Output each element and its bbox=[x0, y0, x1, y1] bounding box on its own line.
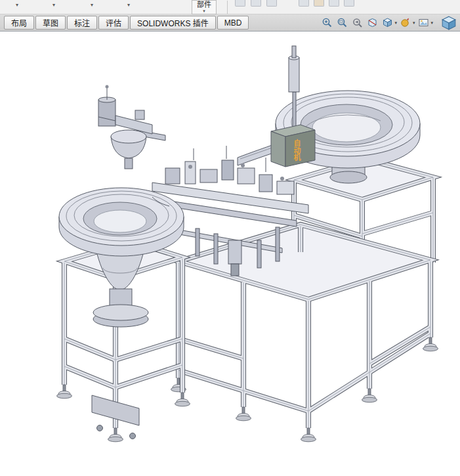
section-view-icon[interactable] bbox=[366, 16, 379, 30]
insert-component-button[interactable]: 部件 ▾ bbox=[192, 0, 217, 14]
command-tab-bar: 布局 草图 标注 评估 SOLIDWORKS 插件 MBD ▾ bbox=[0, 14, 460, 32]
zoom-to-fit-icon[interactable] bbox=[320, 16, 333, 30]
slide-unit[interactable] bbox=[277, 181, 294, 194]
ribbon-overflow-chevron[interactable]: ▾ bbox=[91, 2, 93, 9]
chevron-down-icon: ▾ bbox=[203, 9, 205, 13]
actuator-unit[interactable] bbox=[259, 175, 272, 192]
hopper-rim[interactable] bbox=[111, 130, 146, 143]
appearance-icon[interactable] bbox=[399, 16, 412, 30]
tab-mbd[interactable]: MBD bbox=[217, 16, 249, 30]
caster-wheel[interactable] bbox=[130, 433, 136, 439]
ribbon-overflow-chevron[interactable]: ▾ bbox=[127, 2, 130, 9]
model-label: 自动机 bbox=[293, 139, 301, 162]
ribbon-overflow-chevron[interactable]: ▾ bbox=[16, 2, 18, 9]
insert-component-label: 部件 bbox=[197, 1, 211, 9]
view-orientation-icon[interactable] bbox=[381, 16, 394, 30]
actuator-unit[interactable] bbox=[222, 160, 234, 180]
tab-sw-addins[interactable]: SOLIDWORKS 插件 bbox=[130, 16, 216, 30]
support-post[interactable] bbox=[196, 228, 199, 256]
tab-evaluate[interactable]: 评估 bbox=[98, 16, 129, 30]
vertical-cylinder[interactable] bbox=[289, 58, 299, 92]
scene-icon[interactable] bbox=[417, 16, 430, 30]
slide-unit[interactable] bbox=[238, 168, 255, 184]
cad-model-assembly[interactable]: 自动机 bbox=[0, 32, 460, 476]
chevron-down-icon[interactable]: ▾ bbox=[413, 20, 415, 26]
ribbon-icon-partial[interactable] bbox=[299, 0, 309, 7]
ribbon-overflow-chevron[interactable]: ▾ bbox=[52, 2, 55, 9]
tab-annotation[interactable]: 标注 bbox=[67, 16, 97, 30]
previous-view-icon[interactable] bbox=[350, 16, 364, 30]
command-tabs: 布局 草图 标注 评估 SOLIDWORKS 插件 MBD bbox=[4, 16, 249, 30]
view-heads-up-toolbar: ▾ ▾ ▾ bbox=[320, 15, 457, 31]
tab-sketch[interactable]: 草图 bbox=[35, 16, 66, 30]
ribbon-partial: ▾ ▾ ▾ ▾ 部件 ▾ bbox=[0, 0, 460, 14]
chevron-down-icon[interactable]: ▾ bbox=[394, 20, 397, 26]
zoom-area-icon[interactable] bbox=[335, 16, 348, 30]
ribbon-separator bbox=[227, 1, 228, 14]
hopper-motor-assembly[interactable] bbox=[98, 85, 165, 169]
ribbon-icon-partial[interactable] bbox=[235, 0, 245, 7]
cylinder-rod[interactable] bbox=[293, 92, 296, 131]
solidworks-window: ▾ ▾ ▾ ▾ 部件 ▾ 布局 草图 标注 评估 SOLIDWORKS 插件 M… bbox=[0, 0, 460, 476]
gripper-unit[interactable] bbox=[165, 168, 180, 184]
tab-layout[interactable]: 布局 bbox=[4, 16, 34, 30]
slide-block[interactable] bbox=[135, 110, 144, 119]
cylinder-tip[interactable] bbox=[292, 46, 296, 58]
ribbon-icon-partial[interactable] bbox=[266, 0, 277, 7]
ribbon-icon-partial[interactable] bbox=[251, 0, 261, 7]
ribbon-icon-partial[interactable] bbox=[344, 0, 354, 7]
pneumatic-cylinder[interactable] bbox=[228, 240, 241, 264]
isometric-view-cube-icon[interactable] bbox=[440, 15, 457, 31]
slide-unit[interactable] bbox=[200, 169, 217, 183]
chevron-down-icon[interactable]: ▾ bbox=[430, 20, 433, 26]
caster-wheel[interactable] bbox=[97, 425, 103, 431]
support-post[interactable] bbox=[214, 234, 218, 264]
support-post[interactable] bbox=[276, 227, 280, 261]
ribbon-icon-partial[interactable] bbox=[329, 0, 339, 7]
main-machine-frame[interactable] bbox=[171, 225, 438, 442]
motor[interactable] bbox=[98, 100, 115, 126]
support-post[interactable] bbox=[257, 240, 261, 268]
ribbon-icon-partial[interactable] bbox=[314, 0, 324, 7]
graphics-viewport[interactable]: 自动机 bbox=[0, 32, 460, 476]
